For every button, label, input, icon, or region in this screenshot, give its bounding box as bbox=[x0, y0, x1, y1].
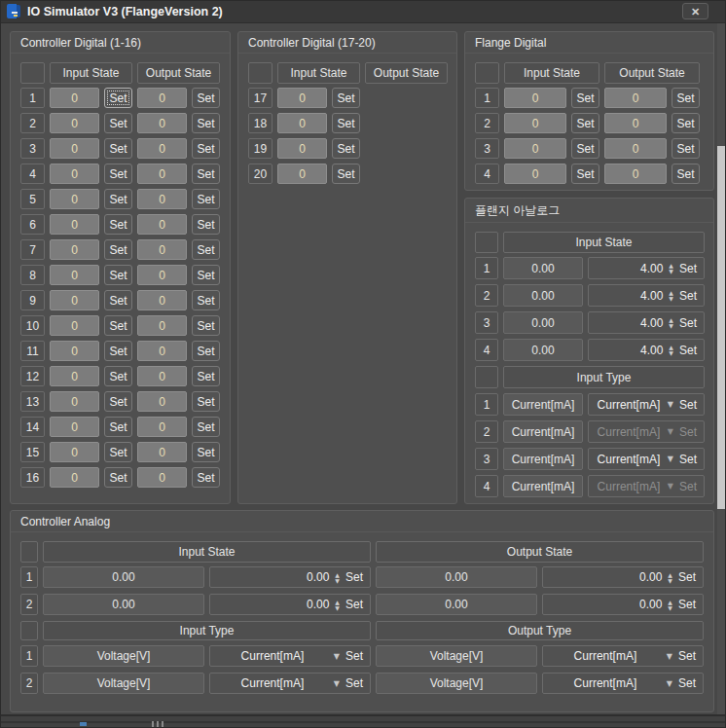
output-state-field[interactable]: 0 bbox=[604, 113, 667, 133]
set-button[interactable]: Set bbox=[679, 453, 697, 466]
output-state-field[interactable]: 0 bbox=[604, 138, 667, 159]
spin-down-icon[interactable]: ▼ bbox=[669, 269, 673, 273]
set-button[interactable]: Set bbox=[679, 344, 697, 357]
output-state-field[interactable]: 0 bbox=[137, 239, 187, 260]
output-type-select[interactable]: Current[mA]▼Set bbox=[542, 645, 704, 667]
scrollbar-track[interactable] bbox=[717, 23, 726, 728]
set-button[interactable]: Set bbox=[679, 398, 697, 412]
set-output-button[interactable]: Set bbox=[672, 164, 700, 184]
set-output-button[interactable]: Set bbox=[192, 366, 220, 386]
set-input-button[interactable]: Set bbox=[104, 239, 132, 260]
input-type-select[interactable]: Current[mA]▼Set bbox=[588, 393, 705, 416]
set-input-button[interactable]: Set bbox=[104, 442, 132, 462]
spin-up-icon[interactable]: ▲ bbox=[335, 600, 340, 604]
spin-up-icon[interactable]: ▲ bbox=[668, 600, 672, 604]
title-bar[interactable]: IO Simulator V3 (FlangeVersion 2) ✕ bbox=[0, 0, 726, 23]
set-input-button[interactable]: Set bbox=[332, 164, 360, 184]
output-state-field[interactable]: 0 bbox=[137, 214, 187, 235]
output-state-field[interactable]: 0 bbox=[137, 417, 187, 437]
set-input-button[interactable]: Set bbox=[571, 113, 599, 133]
spin-up-icon[interactable]: ▲ bbox=[335, 572, 340, 577]
output-state-field[interactable]: 0 bbox=[604, 164, 667, 184]
spin-down-icon[interactable]: ▼ bbox=[668, 605, 672, 610]
input-target-spinbox[interactable]: 0.00▲▼Set bbox=[209, 594, 371, 615]
input-state-field[interactable]: 0 bbox=[50, 442, 99, 462]
output-state-field[interactable]: 0 bbox=[137, 88, 187, 108]
set-button[interactable]: Set bbox=[345, 598, 363, 611]
output-state-field[interactable]: 0 bbox=[137, 315, 187, 336]
set-output-button[interactable]: Set bbox=[192, 189, 220, 209]
output-state-field[interactable]: 0 bbox=[137, 138, 187, 159]
set-button[interactable]: Set bbox=[679, 425, 697, 439]
input-state-field[interactable]: 0 bbox=[504, 113, 566, 133]
input-state-field[interactable]: 0 bbox=[50, 164, 99, 184]
output-state-field[interactable]: 0 bbox=[137, 164, 187, 184]
set-output-button[interactable]: Set bbox=[672, 113, 700, 133]
input-state-field[interactable]: 0 bbox=[50, 467, 99, 488]
set-output-button[interactable]: Set bbox=[672, 88, 700, 108]
set-input-button[interactable]: Set bbox=[332, 88, 360, 108]
input-type-select[interactable]: Current[mA]▼Set bbox=[209, 645, 371, 667]
set-button[interactable]: Set bbox=[678, 676, 696, 690]
input-state-field[interactable]: 0 bbox=[50, 138, 99, 159]
scrollbar-thumb[interactable] bbox=[717, 146, 726, 509]
spin-down-icon[interactable]: ▼ bbox=[668, 578, 672, 583]
set-output-button[interactable]: Set bbox=[192, 164, 220, 184]
output-target-spinbox[interactable]: 0.00▲▼Set bbox=[542, 566, 704, 588]
set-button[interactable]: Set bbox=[679, 262, 697, 275]
output-state-field[interactable]: 0 bbox=[137, 391, 187, 412]
input-state-field[interactable]: 0 bbox=[504, 88, 566, 108]
input-state-field[interactable]: 0 bbox=[50, 290, 99, 310]
set-output-button[interactable]: Set bbox=[192, 265, 220, 285]
set-input-button[interactable]: Set bbox=[104, 189, 132, 209]
set-input-button[interactable]: Set bbox=[104, 88, 132, 108]
set-button[interactable]: Set bbox=[345, 649, 363, 663]
set-input-button[interactable]: Set bbox=[571, 138, 599, 159]
input-state-field[interactable]: 0 bbox=[50, 113, 99, 133]
set-output-button[interactable]: Set bbox=[192, 239, 220, 260]
output-state-field[interactable]: 0 bbox=[137, 113, 187, 133]
set-button[interactable]: Set bbox=[679, 480, 697, 493]
input-state-field[interactable]: 0 bbox=[277, 88, 327, 108]
set-button[interactable]: Set bbox=[679, 316, 697, 330]
input-state-field[interactable]: 0 bbox=[50, 366, 99, 386]
set-output-button[interactable]: Set bbox=[192, 341, 220, 361]
output-state-field[interactable]: 0 bbox=[137, 366, 187, 386]
output-state-field[interactable]: 0 bbox=[137, 467, 187, 488]
set-button[interactable]: Set bbox=[678, 598, 696, 611]
input-target-spinbox[interactable]: 4.00▲▼Set bbox=[588, 257, 705, 279]
input-state-field[interactable]: 0 bbox=[50, 189, 99, 209]
set-output-button[interactable]: Set bbox=[192, 391, 220, 412]
set-input-button[interactable]: Set bbox=[104, 265, 132, 285]
set-output-button[interactable]: Set bbox=[192, 442, 220, 462]
set-output-button[interactable]: Set bbox=[192, 214, 220, 235]
input-state-field[interactable]: 0 bbox=[50, 88, 99, 108]
output-state-field[interactable]: 0 bbox=[137, 265, 187, 285]
set-input-button[interactable]: Set bbox=[571, 164, 599, 184]
spin-down-icon[interactable]: ▼ bbox=[669, 323, 673, 328]
input-state-field[interactable]: 0 bbox=[50, 265, 99, 285]
input-state-field[interactable]: 0 bbox=[50, 417, 99, 437]
set-input-button[interactable]: Set bbox=[104, 214, 132, 235]
input-target-spinbox[interactable]: 4.00▲▼Set bbox=[588, 284, 705, 307]
set-output-button[interactable]: Set bbox=[192, 88, 220, 108]
input-target-spinbox[interactable]: 4.00▲▼Set bbox=[588, 339, 705, 361]
spin-down-icon[interactable]: ▼ bbox=[669, 350, 673, 355]
input-state-field[interactable]: 0 bbox=[50, 341, 99, 361]
set-button[interactable]: Set bbox=[678, 649, 696, 663]
input-target-spinbox[interactable]: 0.00▲▼Set bbox=[209, 566, 371, 588]
input-state-field[interactable]: 0 bbox=[504, 164, 566, 184]
input-state-field[interactable]: 0 bbox=[50, 214, 99, 235]
input-state-field[interactable]: 0 bbox=[277, 138, 327, 159]
set-input-button[interactable]: Set bbox=[104, 366, 132, 386]
input-type-select[interactable]: Current[mA]▼Set bbox=[588, 420, 705, 443]
set-input-button[interactable]: Set bbox=[104, 417, 132, 437]
input-type-select[interactable]: Current[mA]▼Set bbox=[588, 475, 705, 497]
set-input-button[interactable]: Set bbox=[571, 88, 599, 108]
spin-down-icon[interactable]: ▼ bbox=[335, 605, 340, 610]
set-input-button[interactable]: Set bbox=[104, 164, 132, 184]
set-input-button[interactable]: Set bbox=[104, 341, 132, 361]
input-state-field[interactable]: 0 bbox=[50, 239, 99, 260]
set-input-button[interactable]: Set bbox=[104, 113, 132, 133]
input-state-field[interactable]: 0 bbox=[50, 315, 99, 336]
